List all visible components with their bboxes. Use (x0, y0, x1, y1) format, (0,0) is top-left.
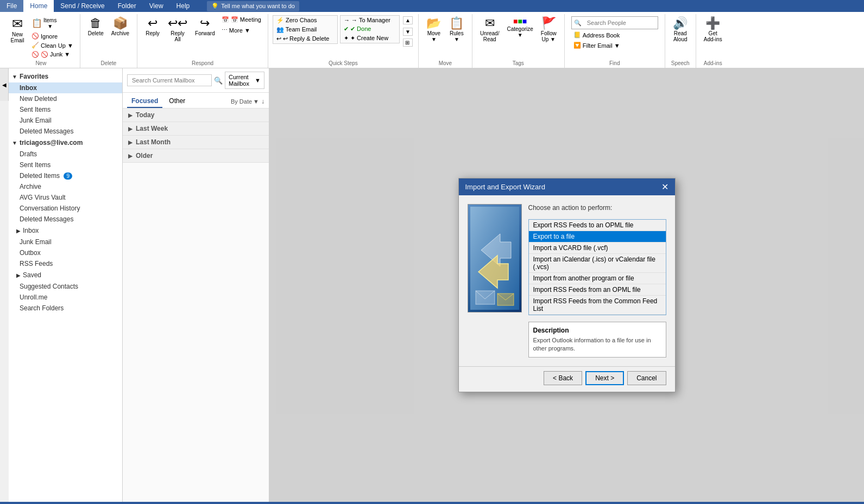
action-import-icalendar[interactable]: Import an iCalendar (.ics) or vCalendar … (529, 254, 666, 273)
sidebar-item-junk-fav[interactable]: Junk Email (9, 115, 122, 126)
reply-all-button[interactable]: ↩↩ ReplyAll (165, 15, 191, 44)
saved-expandable-header[interactable]: ▶ Saved (9, 269, 122, 281)
dialog-close-button[interactable]: ✕ (661, 182, 669, 192)
sidebar-item-drafts[interactable]: Drafts (9, 149, 122, 160)
action-import-rss-common[interactable]: Import RSS Feeds from the Common Feed Li… (529, 296, 666, 315)
ignore-icon: 🚫 (31, 33, 39, 40)
date-filter[interactable]: By Date ▼ (231, 98, 259, 105)
sidebar-item-sent-fav[interactable]: Sent Items (9, 104, 122, 115)
address-book-button[interactable]: 📒 Address Book (571, 30, 658, 40)
ribbon-group-respond: ↩ Reply ↩↩ ReplyAll ↪ Forward 📅 📅 Meetin… (137, 14, 268, 68)
get-add-ins-button[interactable]: ➕ Get Add-ins (701, 15, 726, 44)
mailbox-dropdown-arrow: ▼ (255, 77, 261, 84)
favorites-header[interactable]: ▼ Favorites (9, 71, 122, 82)
sidebar-item-conversation-history[interactable]: Conversation History (9, 203, 122, 214)
tab-focused[interactable]: Focused (127, 95, 162, 108)
ignore-button[interactable]: 🚫 Ignore (29, 31, 75, 41)
today-group-header[interactable]: ▶ Today (123, 109, 269, 122)
tab-home[interactable]: Home (23, 0, 54, 12)
action-import-rss-opml[interactable]: Import RSS Feeds from an OPML file (529, 284, 666, 296)
last-month-group-header[interactable]: ▶ Last Month (123, 136, 269, 149)
action-list[interactable]: Export RSS Feeds to an OPML file Export … (528, 219, 666, 315)
sidebar-item-rss[interactable]: RSS Feeds (9, 258, 122, 269)
unread-read-button[interactable]: ✉ Unread/Read (477, 15, 503, 44)
sidebar-item-deleted-items[interactable]: Deleted Items 9 (9, 170, 122, 181)
action-export-rss[interactable]: Export RSS Feeds to an OPML file (529, 220, 666, 231)
next-button[interactable]: Next > (585, 371, 624, 385)
create-new-step[interactable]: ✦ ✦ Create New (340, 34, 399, 43)
follow-up-button[interactable]: 🚩 FollowUp ▼ (538, 15, 560, 44)
sidebar-item-sent[interactable]: Sent Items (9, 160, 122, 170)
delete-group-buttons: 🗑 Delete 📦 Archive (85, 14, 133, 59)
speech-group-buttons: 🔊 Read Aloud (670, 14, 691, 59)
sidebar-item-new-deleted[interactable]: New Deleted (9, 93, 122, 104)
archive-button[interactable]: 📦 Archive (108, 15, 133, 39)
more-respond-button[interactable]: ⋯ More ▼ (219, 25, 263, 35)
sidebar-item-deleted-messages-fav[interactable]: Deleted Messages (9, 126, 122, 137)
more-icon: ⋯ (222, 27, 228, 34)
tab-view[interactable]: View (143, 0, 170, 12)
to-manager-step[interactable]: → → To Manager (340, 16, 399, 24)
filter-email-button[interactable]: 🔽 Filter Email ▼ (571, 41, 658, 50)
reply-button[interactable]: ↩ Reply (142, 15, 163, 39)
action-export-file[interactable]: Export to a file (529, 231, 666, 243)
find-search-icon: 🔍 (574, 20, 582, 27)
move-button[interactable]: 📂 Move▼ (423, 15, 445, 44)
sidebar-item-deleted-messages[interactable]: Deleted Messages (9, 214, 122, 225)
tell-me-input[interactable]: Tell me what you want to do (221, 3, 295, 9)
account-header[interactable]: ▼ triciagoss@live.com (9, 137, 122, 149)
search-submit-button[interactable]: 🔍 (214, 76, 223, 85)
delete-button[interactable]: 🗑 Delete (85, 15, 107, 39)
action-import-program[interactable]: Import from another program or file (529, 273, 666, 284)
meeting-button[interactable]: 📅 📅 Meeting (219, 15, 263, 24)
tab-send-receive[interactable]: Send / Receive (54, 0, 111, 12)
quick-steps-group-label: Quick Steps (273, 59, 414, 68)
older-group-header[interactable]: ▶ Older (123, 149, 269, 163)
forward-button[interactable]: ↪ Forward (192, 15, 218, 39)
last-week-group-header[interactable]: ▶ Last Week (123, 122, 269, 136)
junk-button[interactable]: 🚫 🚫 Junk ▼ (29, 50, 75, 59)
sidebar-item-inbox-fav[interactable]: Inbox (9, 82, 122, 93)
read-aloud-button[interactable]: 🔊 Read Aloud (670, 15, 691, 44)
back-button[interactable]: < Back (544, 371, 582, 385)
qs-scroll-up[interactable]: ▲ (403, 16, 413, 24)
done-icon: ✔ (344, 25, 349, 32)
mailbox-dropdown[interactable]: Current Mailbox ▼ (225, 72, 264, 89)
sidebar-item-search-folders[interactable]: Search Folders (9, 303, 122, 314)
categorize-button[interactable]: ■■■ Categorize▼ (503, 15, 536, 40)
rules-button[interactable]: 📋 Rules▼ (446, 15, 468, 44)
sidebar-item-unroll[interactable]: Unroll.me (9, 292, 122, 303)
sidebar-item-junk[interactable]: Junk Email (9, 237, 122, 247)
search-people-input[interactable] (584, 18, 649, 28)
action-import-vcard[interactable]: Import a VCARD file (.vcf) (529, 243, 666, 254)
tab-file[interactable]: File (0, 0, 23, 12)
sidebar-item-outbox[interactable]: Outbox (9, 247, 122, 258)
unread-icon: ✉ (485, 17, 495, 29)
sidebar-item-suggested[interactable]: Suggested Contacts (9, 281, 122, 292)
team-email-step[interactable]: 👥 Team Email (273, 25, 337, 34)
zero-chaos-step[interactable]: ⚡ Zero Chaos (273, 16, 337, 25)
done-step[interactable]: ✔ ✔ Done (340, 24, 399, 34)
rules-icon: 📋 (449, 17, 464, 29)
clean-up-button[interactable]: 🧹 Clean Up ▼ (29, 41, 75, 50)
new-email-button[interactable]: ✉ New Email (7, 15, 28, 46)
qs-scroll-down[interactable]: ▼ (403, 28, 413, 36)
cancel-button[interactable]: Cancel (627, 371, 666, 385)
tab-other[interactable]: Other (165, 95, 190, 108)
tab-help[interactable]: Help (170, 0, 197, 12)
search-mailbox-input[interactable] (127, 74, 212, 86)
delete-icon: 🗑 (90, 17, 102, 29)
new-items-button[interactable]: 📋 Items▼ (29, 15, 75, 31)
reply-delete-step[interactable]: ↩ ↩ Reply & Delete (273, 34, 337, 43)
sidebar-item-avg[interactable]: AVG Virus Vault (9, 192, 122, 203)
import-export-dialog: Import and Export Wizard ✕ (458, 178, 676, 393)
qs-expand[interactable]: ⊞ (403, 39, 413, 47)
sidebar-item-archive[interactable]: Archive (9, 181, 122, 192)
sort-direction-button[interactable]: ↓ (261, 98, 264, 105)
dialog-right-panel: Choose an action to perform: Export RSS … (528, 204, 666, 358)
tab-folder[interactable]: Folder (111, 0, 143, 12)
ribbon-group-quick-steps: ⚡ Zero Chaos 👥 Team Email ↩ ↩ Reply & De… (268, 14, 419, 68)
inbox-expandable-header[interactable]: ▶ Inbox (9, 225, 122, 237)
dialog-footer: < Back Next > Cancel (459, 366, 675, 392)
sidebar-collapse-button[interactable]: ◀ (0, 68, 9, 101)
